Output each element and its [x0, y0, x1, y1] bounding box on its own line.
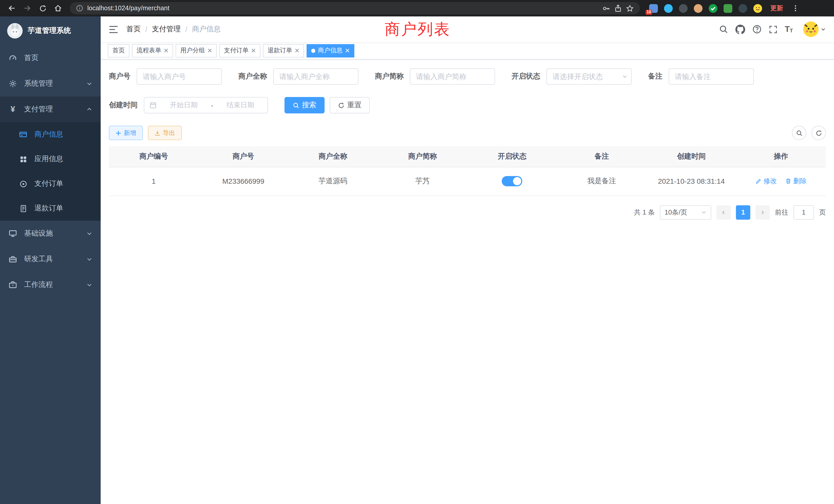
- next-page-button[interactable]: [755, 205, 770, 220]
- extension-icon[interactable]: [693, 3, 703, 13]
- prev-page-button[interactable]: [717, 205, 731, 220]
- tab-refund-order[interactable]: 退款订单: [263, 44, 304, 57]
- extension-badge: 10: [645, 10, 652, 15]
- short-name-input[interactable]: [410, 68, 495, 85]
- tab-pay-order[interactable]: 支付订单: [219, 44, 260, 57]
- browser-update-button[interactable]: 更新: [767, 4, 786, 13]
- table-toolbar: 新增 导出: [109, 126, 826, 140]
- page-number-button[interactable]: 1: [736, 205, 750, 220]
- app-logo[interactable]: 芋道管理系统: [0, 17, 101, 45]
- refresh-button[interactable]: [811, 126, 826, 140]
- url-text[interactable]: localhost:1024/pay/merchant: [87, 5, 598, 12]
- dashboard-icon: [8, 54, 18, 62]
- sidebar-item-infrastructure[interactable]: 基础设施: [0, 221, 101, 246]
- page-size-select[interactable]: 10条/页: [660, 205, 711, 220]
- breadcrumb-item[interactable]: 首页: [126, 25, 141, 34]
- search-button-label: 搜索: [302, 100, 316, 110]
- browser-toolbar: localhost:1024/pay/merchant 10: [0, 0, 834, 17]
- status-toggle[interactable]: [502, 176, 523, 186]
- grid-icon: [19, 155, 28, 163]
- sidebar-toggle-icon[interactable]: [109, 25, 118, 33]
- tab-label: 首页: [112, 46, 125, 55]
- sidebar-item-refund-order[interactable]: 退款订单: [0, 196, 101, 221]
- logo-avatar: [7, 23, 23, 39]
- close-icon[interactable]: [251, 48, 256, 53]
- github-icon[interactable]: [736, 24, 745, 34]
- screen: localhost:1024/pay/merchant 10: [0, 0, 834, 504]
- help-icon[interactable]: [752, 25, 762, 34]
- goto-page-input[interactable]: [793, 205, 814, 220]
- extension-icon[interactable]: [663, 3, 673, 13]
- close-icon[interactable]: [207, 48, 212, 53]
- cell-merchant-no: M233666999: [198, 167, 288, 196]
- toggle-search-button[interactable]: [792, 126, 806, 140]
- column-header: 创建时间: [646, 146, 736, 167]
- edit-link[interactable]: 修改: [755, 177, 777, 186]
- tab-user-group[interactable]: 用户分组: [176, 44, 217, 57]
- tab-label: 退款订单: [267, 46, 292, 55]
- edit-link-label: 修改: [764, 177, 777, 186]
- merchant-name-input[interactable]: [273, 68, 358, 85]
- extension-icon[interactable]: 10: [648, 3, 658, 13]
- sidebar-item-workflow[interactable]: 工作流程: [0, 272, 101, 298]
- tab-merchant-info[interactable]: 商户信息: [307, 44, 354, 57]
- merchant-no-input[interactable]: [137, 68, 222, 85]
- home-icon[interactable]: [51, 2, 65, 15]
- extension-icon[interactable]: [678, 3, 688, 13]
- date-range-picker[interactable]: 开始日期 - 结束日期: [144, 97, 268, 113]
- chevron-down-icon: [701, 209, 707, 215]
- sidebar-item-home[interactable]: 首页: [0, 45, 101, 71]
- briefcase-icon: [8, 281, 18, 289]
- filter-short-name: 商户简称: [375, 68, 495, 85]
- delete-link[interactable]: 删除: [785, 177, 807, 186]
- reload-icon[interactable]: [36, 2, 49, 15]
- tab-process-form[interactable]: 流程表单: [132, 44, 173, 57]
- add-button[interactable]: 新增: [109, 126, 143, 140]
- breadcrumb-item[interactable]: 支付管理: [152, 25, 181, 34]
- extension-icon[interactable]: [738, 3, 748, 13]
- back-icon[interactable]: [5, 2, 19, 15]
- remark-input[interactable]: [668, 68, 754, 85]
- browser-menu-icon[interactable]: [792, 4, 799, 12]
- page-annotation: 商户列表: [385, 19, 451, 40]
- site-info-icon[interactable]: [76, 5, 83, 12]
- filter-label: 商户简称: [375, 72, 404, 81]
- sidebar-item-system[interactable]: 系统管理: [0, 71, 101, 96]
- yen-icon: ¥: [8, 105, 18, 113]
- password-key-icon[interactable]: [602, 4, 610, 12]
- tab-home[interactable]: 首页: [108, 44, 129, 57]
- close-icon[interactable]: [295, 48, 300, 53]
- filter-merchant-name: 商户全称: [238, 68, 358, 85]
- sidebar-item-merchant-info[interactable]: 商户信息: [0, 122, 101, 147]
- url-bar[interactable]: localhost:1024/pay/merchant: [70, 2, 640, 14]
- column-header: 操作: [736, 146, 826, 167]
- tab-label: 支付订单: [224, 46, 248, 55]
- share-icon[interactable]: [614, 4, 622, 12]
- extension-icon[interactable]: [708, 3, 718, 13]
- sidebar-item-payment[interactable]: ¥ 支付管理: [0, 96, 101, 122]
- close-icon[interactable]: [164, 48, 169, 53]
- sidebar-item-pay-order[interactable]: 支付订单: [0, 171, 101, 196]
- status-select[interactable]: [546, 68, 632, 85]
- status-select-input[interactable]: [546, 68, 632, 85]
- search-button[interactable]: 搜索: [285, 97, 325, 113]
- sidebar-item-label: 基础设施: [24, 229, 53, 238]
- reset-button[interactable]: 重置: [330, 97, 370, 113]
- export-button[interactable]: 导出: [148, 126, 182, 140]
- bookmark-star-icon[interactable]: [626, 4, 634, 12]
- extension-icon[interactable]: [723, 3, 733, 13]
- sidebar-item-app-info[interactable]: 应用信息: [0, 147, 101, 171]
- user-menu[interactable]: [803, 22, 826, 37]
- breadcrumb-item-current: 商户信息: [192, 25, 221, 34]
- forward-icon[interactable]: [21, 2, 34, 15]
- sidebar-item-dev-tools[interactable]: 研发工具: [0, 246, 101, 272]
- font-size-icon[interactable]: TT: [785, 25, 793, 33]
- toolbox-icon: [8, 255, 18, 263]
- close-icon[interactable]: [345, 48, 350, 53]
- fullscreen-icon[interactable]: [769, 25, 777, 33]
- extension-icon[interactable]: [752, 3, 763, 13]
- active-tab-dot: [311, 48, 315, 53]
- sidebar-item-label: 商户信息: [35, 130, 63, 139]
- sidebar-menu: 首页 系统管理 ¥ 支付管理: [0, 45, 101, 504]
- search-icon[interactable]: [719, 25, 728, 34]
